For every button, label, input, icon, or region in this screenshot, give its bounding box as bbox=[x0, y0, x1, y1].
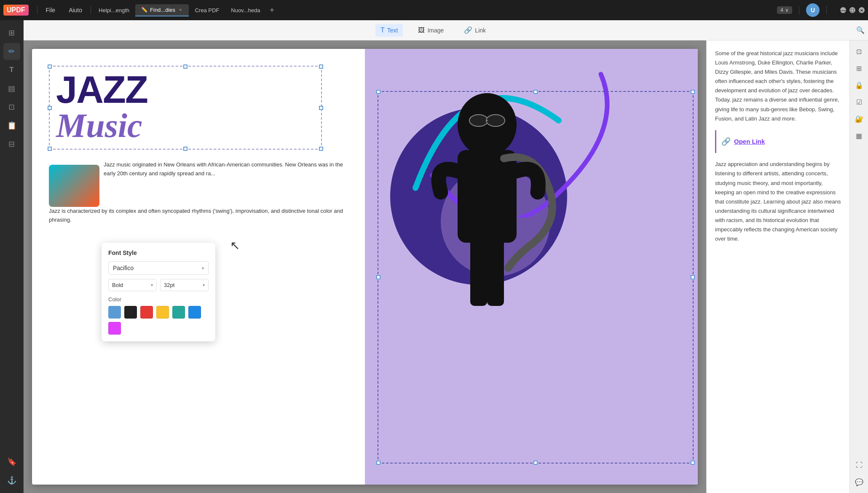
tab-label-2: Crea PDF bbox=[195, 7, 219, 13]
img-handle-tr[interactable] bbox=[691, 90, 695, 94]
color-swatch-yellow[interactable] bbox=[156, 306, 169, 319]
jazz-body-text: Jazz music originated in New Orleans wit… bbox=[49, 161, 352, 225]
font-size-dropdown[interactable]: 32pt ▾ bbox=[160, 279, 209, 291]
tab-count[interactable]: 4 ∨ bbox=[777, 6, 792, 14]
color-swatch-darkblue[interactable] bbox=[188, 306, 201, 319]
chevron-down-icon: ▾ bbox=[202, 266, 204, 271]
title-bar-right: 4 ∨ U — □ × bbox=[777, 3, 865, 17]
sidebar-extract-icon[interactable]: ⊞ bbox=[852, 62, 866, 75]
toolbar-text[interactable]: T Text bbox=[375, 24, 403, 37]
tab-3[interactable]: Nuov...heda bbox=[225, 5, 266, 16]
svg-rect-1 bbox=[458, 150, 517, 243]
color-swatch-blue[interactable] bbox=[108, 306, 121, 319]
svg-point-5 bbox=[486, 115, 505, 126]
menu-file[interactable]: File bbox=[39, 4, 62, 16]
color-swatch-purple[interactable] bbox=[108, 322, 121, 335]
sidebar-expand-icon[interactable]: ⛶ bbox=[852, 458, 866, 472]
font-panel-title: Font Style bbox=[108, 249, 209, 256]
jazz-appreciation-text: Jazz appreciation and understanding begi… bbox=[715, 160, 841, 244]
img-handle-ml[interactable] bbox=[376, 275, 380, 279]
sidebar-icon-table[interactable]: ▤ bbox=[3, 80, 20, 97]
sidebar-check-icon[interactable]: ☑ bbox=[852, 95, 866, 109]
right-sidebar: ⊡ ⊞ 🔒 ☑ 🔐 ▦ ⛶ 💬 bbox=[849, 40, 868, 493]
search-icon[interactable]: 🔍 bbox=[853, 23, 868, 38]
window-controls: — □ × bbox=[840, 7, 865, 13]
sidebar-icon-link[interactable]: ⚓ bbox=[3, 472, 20, 489]
sidebar-icon-compare[interactable]: ⊟ bbox=[3, 136, 20, 153]
new-tab-button[interactable]: + bbox=[266, 4, 278, 16]
text-toolbar-icon: T bbox=[380, 27, 385, 34]
bottom-right-tools: ⛶ 💬 bbox=[852, 458, 866, 489]
font-name-value: Pacifico bbox=[113, 265, 134, 271]
sidebar-icon-edit[interactable]: ✏ bbox=[3, 43, 20, 60]
img-handle-bl[interactable] bbox=[376, 461, 380, 465]
color-swatch-teal[interactable] bbox=[172, 306, 185, 319]
jazz-small-image bbox=[49, 165, 99, 207]
jazz-title-block[interactable]: JAZZ Music bbox=[49, 66, 322, 150]
minimize-button[interactable]: — bbox=[840, 7, 846, 13]
jazz-history-text: Some of the great historical jazz musici… bbox=[715, 49, 841, 123]
color-swatch-red[interactable] bbox=[140, 306, 153, 319]
selection-handle-br[interactable] bbox=[319, 147, 323, 151]
color-swatches bbox=[108, 306, 209, 335]
font-style-dropdown[interactable]: Bold ▾ bbox=[108, 279, 157, 291]
color-label: Color bbox=[108, 296, 209, 303]
image-toolbar-icon: 🖼 bbox=[418, 27, 425, 34]
user-avatar[interactable]: U bbox=[806, 3, 820, 17]
toolbar-link[interactable]: 🔗 Link bbox=[459, 24, 491, 37]
tab-label-3: Nuov...heda bbox=[231, 7, 260, 13]
sidebar-icon-bookmark[interactable]: 🔖 bbox=[3, 453, 20, 470]
sidebar-comment-icon[interactable]: 💬 bbox=[852, 475, 866, 489]
font-name-dropdown[interactable]: Pacifico ▾ bbox=[108, 261, 209, 275]
toolbar: T Text 🖼 Image 🔗 Link 🔍 bbox=[24, 20, 868, 40]
title-bar: UPDF File Aiuto Helpi...ength ✏️ Find...… bbox=[0, 0, 868, 20]
pdf-area: JAZZ Music Jazz music originated in New … bbox=[24, 40, 868, 493]
tab-close-button[interactable]: × bbox=[178, 7, 183, 13]
sidebar-icon-image[interactable]: ⊡ bbox=[3, 99, 20, 115]
color-swatch-black[interactable] bbox=[124, 306, 137, 319]
sidebar-lock-icon[interactable]: 🔒 bbox=[852, 78, 866, 92]
app-body: ⊞ ✏ T ▤ ⊡ 📋 ⊟ 🔖 ⚓ T Text 🖼 Image 🔗 bbox=[0, 20, 868, 493]
pdf-page: JAZZ Music Jazz music originated in New … bbox=[32, 49, 698, 485]
font-style-value: Bold bbox=[112, 282, 123, 288]
img-handle-tl[interactable] bbox=[376, 90, 380, 94]
jazz-title: JAZZ bbox=[56, 71, 315, 109]
maximize-button[interactable]: □ bbox=[849, 7, 855, 13]
music-title: Music bbox=[56, 109, 315, 142]
sidebar-icon-text[interactable]: T bbox=[3, 62, 20, 78]
tab-0[interactable]: Helpi...ength bbox=[93, 5, 135, 16]
sidebar-icon-pages[interactable]: 📋 bbox=[3, 117, 20, 134]
tab-2[interactable]: Crea PDF bbox=[189, 5, 225, 16]
sidebar-fit-icon[interactable]: ⊡ bbox=[852, 45, 866, 58]
selection-handle-mr[interactable] bbox=[319, 106, 323, 110]
sidebar-icon-home[interactable]: ⊞ bbox=[3, 24, 20, 41]
selection-handle-bl[interactable] bbox=[48, 147, 52, 151]
svg-rect-2 bbox=[470, 238, 487, 306]
img-handle-bm[interactable] bbox=[533, 461, 538, 465]
left-sidebar: ⊞ ✏ T ▤ ⊡ 📋 ⊟ 🔖 ⚓ bbox=[0, 20, 24, 493]
app-logo[interactable]: UPDF bbox=[3, 5, 29, 16]
toolbar-text-label: Text bbox=[387, 27, 398, 34]
open-link-button[interactable]: Open Link bbox=[734, 136, 765, 147]
tab-edit-icon: ✏️ bbox=[141, 7, 147, 13]
selection-handle-ml[interactable] bbox=[48, 106, 52, 110]
saxophone-player-svg bbox=[407, 74, 567, 319]
close-button[interactable]: × bbox=[859, 7, 865, 13]
tab-1[interactable]: ✏️ Find...dies × bbox=[135, 4, 189, 16]
font-size-value: 32pt bbox=[164, 282, 174, 288]
divider bbox=[826, 6, 827, 14]
right-text-panel: Some of the great historical jazz musici… bbox=[706, 40, 849, 493]
menu-aiuto[interactable]: Aiuto bbox=[62, 4, 89, 16]
content-area: T Text 🖼 Image 🔗 Link 🔍 bbox=[24, 20, 868, 493]
toolbar-image[interactable]: 🖼 Image bbox=[413, 24, 449, 37]
selection-handle-tl[interactable] bbox=[48, 64, 52, 69]
sidebar-lock2-icon[interactable]: 🔐 bbox=[852, 112, 866, 126]
svg-point-4 bbox=[469, 115, 488, 126]
sidebar-grid-icon[interactable]: ▦ bbox=[852, 129, 866, 142]
page-left: JAZZ Music Jazz music originated in New … bbox=[32, 49, 365, 485]
selection-handle-tr[interactable] bbox=[319, 64, 323, 69]
img-handle-mr[interactable] bbox=[691, 275, 695, 279]
selection-handle-tm[interactable] bbox=[183, 64, 188, 69]
selection-handle-bm[interactable] bbox=[183, 147, 188, 151]
img-handle-br[interactable] bbox=[691, 461, 695, 465]
